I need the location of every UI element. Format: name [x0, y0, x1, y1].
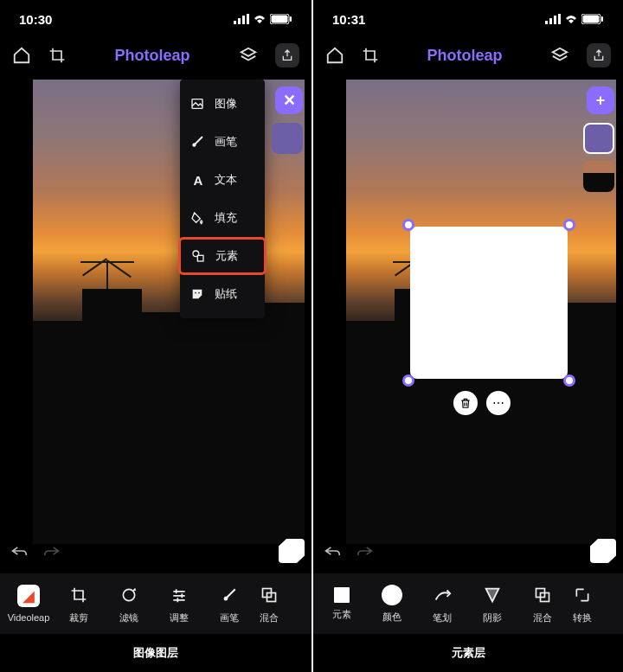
app-toolbar: Photoleap — [313, 38, 623, 73]
layers-icon[interactable] — [239, 46, 258, 65]
close-icon: ✕ — [283, 91, 296, 110]
shapes-icon — [191, 249, 207, 263]
svg-point-10 — [195, 292, 196, 294]
tool-shadow[interactable]: 阴影 — [467, 584, 517, 624]
svg-rect-17 — [554, 16, 556, 24]
share-icon[interactable] — [587, 43, 611, 67]
menu-item-image[interactable]: 图像 — [180, 85, 265, 123]
menu-item-text[interactable]: A 文本 — [180, 161, 265, 199]
bottom-toolbar: 元素 颜色 笔划 阴影 混合 转换 — [313, 573, 623, 634]
battery-icon — [270, 14, 292, 24]
svg-rect-15 — [545, 21, 548, 24]
tool-label: 颜色 — [382, 611, 401, 624]
eraser-icon[interactable] — [590, 539, 616, 563]
resize-handle-bl[interactable] — [402, 374, 414, 387]
svg-rect-9 — [197, 255, 203, 261]
tool-label: 混合 — [533, 611, 552, 624]
tool-videoleap[interactable]: ◢ Videoleap — [3, 585, 54, 623]
svg-rect-5 — [272, 16, 288, 23]
menu-item-brush[interactable]: 画笔 — [180, 123, 265, 161]
menu-label: 画笔 — [215, 134, 237, 150]
redo-icon[interactable] — [43, 544, 61, 558]
svg-rect-1 — [238, 18, 241, 24]
tool-label: 画笔 — [220, 611, 239, 624]
svg-rect-20 — [583, 16, 600, 23]
tool-blend[interactable]: 混合 — [254, 584, 284, 624]
tool-label: 元素 — [332, 608, 351, 621]
videoleap-icon: ◢ — [17, 585, 40, 607]
menu-item-elements[interactable]: 元素 — [178, 237, 267, 275]
tool-label: 笔划 — [433, 611, 452, 624]
status-time: 10:31 — [332, 12, 365, 27]
tool-element[interactable]: 元素 — [317, 587, 367, 621]
more-button[interactable]: ⋯ — [486, 391, 511, 415]
tool-label: 调整 — [170, 611, 189, 624]
menu-item-sticker[interactable]: 贴纸 — [180, 275, 265, 313]
signal-icon — [234, 14, 249, 24]
editor-canvas[interactable]: ⋯ — [346, 80, 616, 544]
home-icon[interactable] — [325, 46, 344, 65]
blend-icon — [258, 584, 280, 606]
layer-type-label: 图像图层 — [0, 634, 312, 672]
share-icon[interactable] — [275, 43, 299, 67]
layer-type-label: 元素层 — [313, 634, 623, 672]
sticker-icon — [190, 287, 206, 301]
bottom-toolbar: ◢ Videoleap 裁剪 滤镜 调整 画笔 混合 — [0, 573, 312, 634]
close-button[interactable]: ✕ — [275, 86, 303, 114]
resize-handle-br[interactable] — [563, 374, 575, 387]
status-time: 10:30 — [19, 12, 52, 27]
app-brand: Photoleap — [114, 47, 189, 65]
tool-blend[interactable]: 混合 — [517, 584, 568, 624]
tool-label: 阴影 — [483, 611, 502, 624]
redo-icon[interactable] — [356, 544, 374, 558]
status-indicators — [545, 14, 604, 24]
fill-icon — [190, 211, 206, 225]
svg-rect-3 — [247, 14, 249, 24]
color-icon — [382, 585, 402, 605]
adjust-icon — [168, 584, 190, 606]
selected-element[interactable] — [410, 227, 568, 379]
delete-button[interactable] — [453, 391, 478, 415]
wifi-icon — [253, 14, 267, 24]
tool-filter[interactable]: 滤镜 — [104, 584, 154, 624]
svg-rect-18 — [558, 14, 561, 24]
layer-thumbnail-element[interactable] — [583, 123, 614, 154]
tool-transform[interactable]: 转换 — [568, 584, 597, 624]
menu-label: 文本 — [215, 172, 237, 188]
brush-icon — [190, 135, 206, 149]
add-layer-button[interactable]: + — [587, 86, 614, 114]
tool-adjust[interactable]: 调整 — [154, 584, 204, 624]
add-layer-menu: 图像 画笔 A 文本 填充 元素 贴纸 — [180, 80, 265, 318]
tool-stroke[interactable]: 笔划 — [417, 584, 467, 624]
eraser-icon[interactable] — [279, 539, 305, 563]
tool-crop[interactable]: 裁剪 — [54, 584, 104, 624]
svg-rect-2 — [242, 16, 245, 24]
svg-rect-21 — [601, 16, 603, 22]
crop-icon[interactable] — [48, 47, 66, 64]
tool-label: 滤镜 — [119, 611, 138, 624]
crop-icon[interactable] — [362, 47, 379, 64]
tool-brush[interactable]: 画笔 — [204, 584, 254, 624]
tool-color[interactable]: 颜色 — [367, 585, 417, 624]
menu-label: 元素 — [215, 248, 238, 264]
battery-icon — [581, 14, 604, 24]
undo-icon[interactable] — [10, 544, 28, 558]
home-icon[interactable] — [12, 46, 31, 65]
shadow-icon — [481, 584, 504, 606]
tool-label: 混合 — [260, 611, 279, 624]
plus-icon: + — [596, 92, 606, 110]
transform-icon — [571, 584, 594, 606]
layer-thumbnail-image[interactable] — [583, 161, 614, 192]
svg-rect-0 — [234, 21, 236, 24]
menu-item-fill[interactable]: 填充 — [180, 199, 265, 237]
resize-handle-tr[interactable] — [563, 219, 575, 231]
app-toolbar: Photoleap — [0, 38, 312, 73]
menu-label: 图像 — [215, 96, 237, 112]
layers-icon[interactable] — [550, 46, 569, 65]
resize-handle-tl[interactable] — [402, 219, 414, 231]
undo-icon[interactable] — [324, 544, 341, 558]
blend-icon — [531, 584, 554, 606]
menu-label: 填充 — [215, 210, 237, 226]
wifi-icon — [564, 14, 578, 24]
layer-thumbnail[interactable] — [272, 123, 303, 154]
